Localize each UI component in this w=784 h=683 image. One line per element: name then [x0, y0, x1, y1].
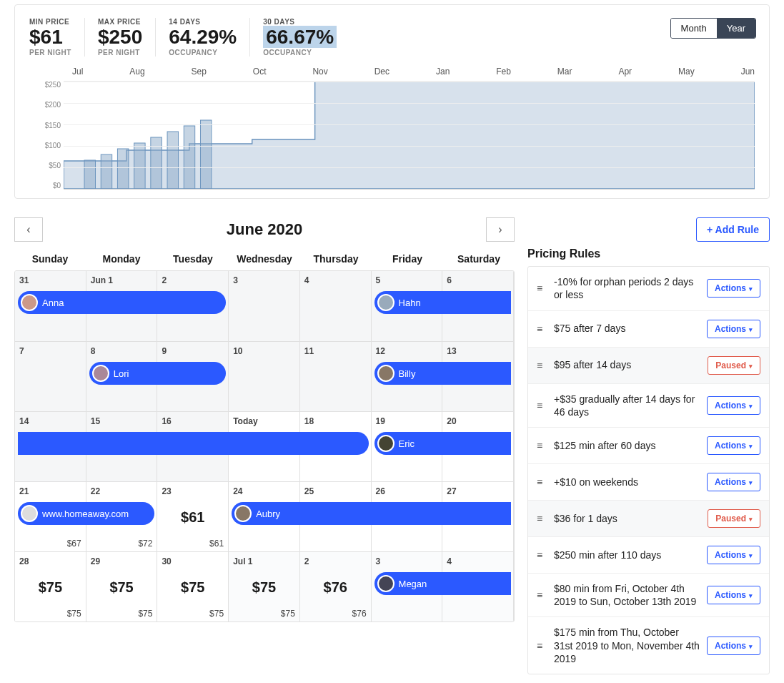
booking-event[interactable]: Billy — [374, 362, 511, 385]
calendar-cell[interactable]: 30$75$75 — [157, 552, 229, 621]
pricing-rules-title: Pricing Rules — [527, 247, 770, 260]
drag-handle-icon[interactable]: ≡ — [537, 549, 547, 561]
stat-label: MIN PRICE — [29, 18, 71, 26]
calendar-cell[interactable]: 11 — [300, 342, 372, 411]
rule-action-button[interactable]: Actions▾ — [707, 436, 760, 455]
day-number: 12 — [376, 346, 438, 356]
calendar-cell[interactable]: Jul 1$75$75 — [229, 552, 300, 621]
drag-handle-icon[interactable]: ≡ — [537, 589, 547, 601]
drag-handle-icon[interactable]: ≡ — [537, 476, 547, 488]
chevron-down-icon: ▾ — [749, 443, 753, 450]
period-toggle: Month Year — [670, 18, 756, 39]
svg-rect-6 — [184, 126, 194, 189]
avatar — [377, 435, 395, 452]
day-price-foot: $75 — [281, 609, 295, 619]
booking-event[interactable]: Eric — [374, 432, 511, 455]
calendar-cell[interactable]: 28$75$75 — [15, 552, 86, 621]
stat-label: 30 DAYS — [263, 18, 337, 26]
rule-action-button[interactable]: Actions▾ — [707, 586, 760, 604]
chevron-down-icon: ▾ — [749, 403, 753, 410]
rule-action-button[interactable]: Actions▾ — [707, 279, 760, 298]
rule-action-button[interactable]: Actions▾ — [707, 546, 760, 564]
toggle-year[interactable]: Year — [717, 19, 755, 38]
rule-row: ≡ -10% for orphan periods 2 days or less… — [528, 267, 769, 310]
booking-event[interactable]: Aubry — [232, 502, 511, 525]
day-number: 4 — [447, 556, 509, 566]
booking-event[interactable]: Anna — [18, 291, 226, 314]
price-chart: JulAugSepOctNovDecJanFebMarAprMayJun $25… — [29, 64, 755, 192]
day-number: 3 — [376, 556, 438, 566]
chevron-down-icon: ▾ — [749, 592, 753, 599]
svg-rect-0 — [84, 160, 95, 189]
stat-3: 30 DAYS 66.67% OCCUPANCY — [250, 18, 349, 56]
next-month-button[interactable]: › — [486, 217, 515, 242]
rule-text: +$35 gradually after 14 days for 46 days — [554, 393, 700, 418]
day-price-foot: $76 — [352, 609, 367, 619]
calendar-cell[interactable]: 10 — [229, 342, 300, 411]
calendar-cell[interactable]: 29$75$75 — [86, 552, 158, 621]
calendar-cell[interactable]: 7 — [15, 342, 86, 411]
day-number: 23 — [162, 486, 224, 496]
toggle-month[interactable]: Month — [671, 19, 717, 38]
calendar-cell[interactable]: 23$61$61 — [157, 482, 229, 551]
rule-row: ≡ +$35 gradually after 14 days for 46 da… — [528, 383, 769, 427]
day-number: 10 — [233, 346, 295, 356]
calendar-cell[interactable]: 2$76$76 — [300, 552, 372, 621]
booking-event[interactable]: Hahn — [374, 291, 511, 314]
chevron-down-icon: ▾ — [749, 285, 753, 293]
day-number: 13 — [447, 346, 509, 356]
prev-month-button[interactable]: ‹ — [14, 217, 43, 242]
booking-event[interactable]: www.homeaway.com — [18, 502, 154, 525]
stat-value: $250 — [98, 26, 142, 49]
day-number: 8 — [91, 346, 153, 356]
stat-1: MAX PRICE $250 PER NIGHT — [85, 18, 156, 56]
avatar — [92, 365, 109, 382]
rule-action-button[interactable]: Actions▾ — [707, 473, 760, 491]
stat-value: 66.67% — [263, 26, 337, 49]
rule-action-button[interactable]: Actions▾ — [707, 396, 760, 415]
rule-action-button[interactable]: Actions▾ — [707, 320, 760, 338]
rule-action-button[interactable]: Actions▾ — [707, 637, 760, 655]
chart-y-tick: $150 — [29, 122, 61, 129]
drag-handle-icon[interactable]: ≡ — [537, 440, 547, 451]
booking-event[interactable]: Megan — [374, 572, 511, 595]
avatar — [377, 294, 395, 311]
day-price: $61 — [162, 509, 224, 526]
drag-handle-icon[interactable]: ≡ — [537, 400, 547, 411]
calendar-cell[interactable]: 4 — [300, 271, 372, 341]
chart-y-tick: $200 — [29, 101, 61, 109]
day-number: 11 — [304, 346, 367, 356]
day-number: 2 — [304, 556, 367, 566]
calendar-cell[interactable]: 3 — [229, 271, 300, 341]
chart-month-label: Nov — [312, 67, 327, 77]
day-number: 3 — [233, 275, 295, 285]
drag-handle-icon[interactable]: ≡ — [537, 323, 547, 335]
dow-label: Tuesday — [157, 253, 229, 265]
rule-text: $36 for 1 days — [554, 512, 700, 525]
dow-label: Friday — [372, 253, 443, 265]
chart-month-label: Oct — [253, 67, 267, 77]
chart-month-label: Jul — [72, 67, 83, 77]
drag-handle-icon[interactable]: ≡ — [537, 360, 547, 371]
rule-row: ≡ $36 for 1 days Paused▾ — [528, 500, 769, 536]
day-number: 27 — [447, 486, 509, 496]
dow-label: Wednesday — [229, 253, 300, 265]
drag-handle-icon[interactable]: ≡ — [537, 282, 547, 294]
rule-action-button[interactable]: Paused▾ — [708, 356, 760, 375]
rule-row: ≡ +$10 on weekends Actions▾ — [528, 463, 769, 500]
rule-text: +$10 on weekends — [554, 476, 700, 488]
add-rule-button[interactable]: + Add Rule — [696, 217, 770, 242]
drag-handle-icon[interactable]: ≡ — [537, 513, 547, 524]
day-price-foot: $75 — [67, 609, 81, 619]
avatar — [21, 294, 38, 311]
rule-action-button[interactable]: Paused▾ — [708, 509, 760, 528]
chevron-down-icon: ▾ — [749, 326, 753, 333]
day-number: 19 — [376, 416, 438, 426]
booking-event[interactable]: Lori — [89, 362, 226, 385]
drag-handle-icon[interactable]: ≡ — [537, 640, 547, 652]
stat-sub: OCCUPANCY — [169, 49, 237, 56]
day-price-foot: $75 — [138, 609, 152, 619]
svg-rect-1 — [101, 154, 111, 189]
svg-rect-7 — [200, 120, 211, 189]
booking-event[interactable] — [18, 432, 369, 455]
